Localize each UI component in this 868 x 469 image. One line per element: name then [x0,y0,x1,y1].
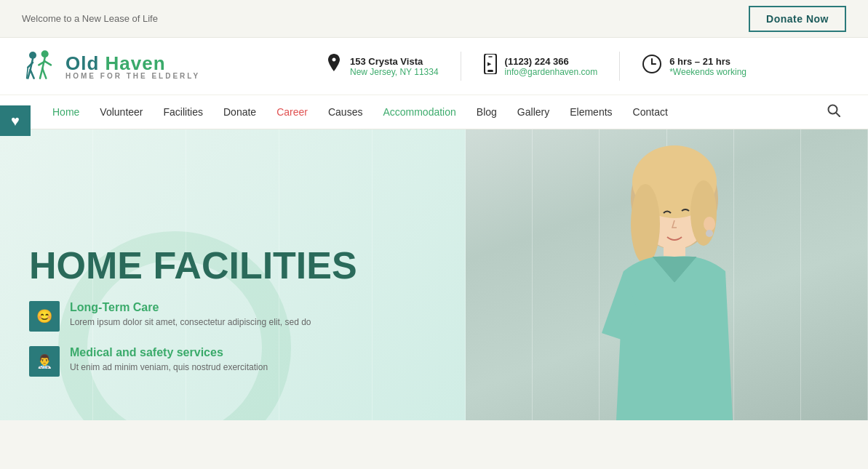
facility-item-1: 😊 Long-Term Care Lorem ipsum dolor sit a… [29,301,437,332]
search-icon[interactable] [821,98,846,127]
nav-causes[interactable]: Causes [319,96,371,128]
nav-career[interactable]: Career [268,96,316,128]
svg-line-11 [45,61,51,65]
photo-strip-1 [466,129,533,420]
location-icon [325,54,343,79]
svg-point-0 [29,52,36,59]
hero-title: HOME FACILITIES [29,245,437,286]
logo-area: Old Haven HOME FOR THE ELDERLY [22,48,226,84]
svg-line-3 [31,70,34,79]
phone-number: (1123) 224 366 [505,56,598,67]
nav-blog[interactable]: Blog [468,96,506,128]
donate-now-button[interactable]: Donate Now [749,6,846,32]
facility-items: 😊 Long-Term Care Lorem ipsum dolor sit a… [29,301,437,391]
smiley-icon: 😊 [36,308,52,324]
nav-accommodation[interactable]: Accommodation [374,96,464,128]
svg-point-24 [631,184,660,264]
svg-point-26 [704,217,715,231]
welcome-text: Welcome to a New Lease of Life [22,13,158,24]
facility-desc-2: Ut enim ad minim veniam, quis nostrud ex… [70,362,268,372]
nav-gallery[interactable]: Gallery [509,96,558,128]
facility-text-2: Medical and safety services Ut enim ad m… [70,346,268,372]
facility-item-2: 👨‍⚕️ Medical and safety services Ut enim… [29,346,437,377]
svg-text:▶: ▶ [487,61,492,66]
nav-contact[interactable]: Contact [624,96,677,128]
contact-hours: 6 hrs – 21 hrs *Weekends working [642,54,746,79]
header: Old Haven HOME FOR THE ELDERLY 153 Cryst… [0,38,868,95]
address-text: 153 Crysta Vista New Jersey, NY 11334 [350,56,439,77]
nav-donate[interactable]: Donate [215,96,265,128]
logo-text: Old Haven HOME FOR THE ELDERLY [65,52,200,80]
facility-icon-1: 😊 [29,301,60,332]
hero-right [466,129,868,420]
nav-facilities[interactable]: Facilities [155,96,212,128]
medical-icon: 👨‍⚕️ [36,353,52,369]
email-address: info@gardenhaven.com [505,67,598,77]
hero-left: HOME FACILITIES 😊 Long-Term Care Lorem i… [0,129,466,420]
contact-address: 153 Crysta Vista New Jersey, NY 11334 [325,54,439,79]
photo-strip-6 [801,129,868,420]
phone-text: (1123) 224 366 info@gardenhaven.com [505,56,598,77]
navigation: Home Volunteer Facilities Donate Career … [0,95,868,129]
divider-1 [461,52,461,81]
clock-icon [642,54,662,79]
logo-old: Old [65,52,99,74]
facility-text-1: Long-Term Care Lorem ipsum dolor sit ame… [70,301,311,327]
logo-icon [22,48,58,84]
nav-volunteer[interactable]: Volunteer [91,96,151,128]
wishlist-button[interactable]: ♥ [0,105,31,136]
phone-icon: ▶ [483,54,498,79]
logo-subtitle: HOME FOR THE ELDERLY [65,72,200,80]
top-bar: Welcome to a New Lease of Life Donate No… [0,0,868,38]
svg-line-20 [836,113,840,116]
nav-links: Home Volunteer Facilities Donate Career … [44,96,821,128]
heart-icon: ♥ [11,113,20,129]
hours-text: 6 hrs – 21 hrs *Weekends working [669,56,746,77]
svg-line-9 [42,68,46,78]
nav-elements[interactable]: Elements [561,96,621,128]
facility-icon-2: 👨‍⚕️ [29,346,60,377]
hero-section: HOME FACILITIES 😊 Long-Term Care Lorem i… [0,129,868,420]
contact-phone: ▶ (1123) 224 366 info@gardenhaven.com [483,54,598,79]
logo-haven: Haven [99,52,165,74]
address-line1: 153 Crysta Vista [350,56,439,67]
address-line2: New Jersey, NY 11334 [350,67,439,77]
svg-rect-13 [487,70,493,72]
svg-point-6 [41,50,49,57]
svg-point-25 [690,180,717,246]
facility-title-2: Medical and safety services [70,346,268,359]
hours-note: *Weekends working [669,67,746,77]
svg-point-27 [706,230,713,237]
header-contacts: 153 Crysta Vista New Jersey, NY 11334 ▶ … [226,52,846,81]
nurse-figure [529,129,805,420]
facility-desc-1: Lorem ipsum dolor sit amet, consectetur … [70,317,311,327]
hero-photo [466,129,868,420]
facility-title-1: Long-Term Care [70,301,311,314]
hours-range: 6 hrs – 21 hrs [669,56,746,67]
nav-home[interactable]: Home [44,96,88,128]
divider-2 [619,52,620,81]
